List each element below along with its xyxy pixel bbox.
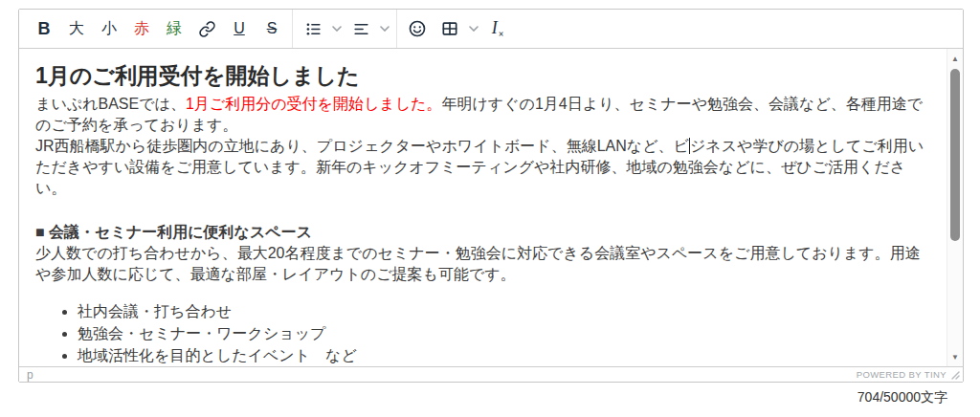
table-button[interactable] (434, 13, 465, 44)
bullet-list-icon (304, 20, 323, 38)
use-case-list: 社内会議・打ち合わせ 勉強会・セミナー・ワークショップ 地域活性化を目的としたイ… (35, 300, 931, 366)
align-button[interactable] (345, 13, 376, 44)
tinymce-editor: B 大 小 赤 緑 U S (18, 9, 964, 383)
post-title: 1月のご利用受付を開始しました (35, 61, 931, 90)
font-large-button[interactable]: 大 (61, 13, 92, 44)
font-small-button[interactable]: 小 (94, 13, 124, 44)
bullet-list-button[interactable] (298, 13, 328, 44)
bold-icon: B (38, 19, 51, 39)
intro-paragraph: まいぷれBASEでは、1月ご利用分の受付を開始しました。年明けすぐの1月4日より… (35, 94, 931, 199)
list-item: 勉強会・セミナー・ワークショップ (78, 322, 931, 344)
chevron-down-icon (469, 26, 479, 32)
list-align-group (293, 10, 396, 48)
align-menu-chevron[interactable] (377, 13, 392, 44)
resize-grip[interactable] (950, 366, 960, 384)
status-bar: p POWERED BY TINY (19, 366, 963, 382)
font-large-icon: 大 (69, 19, 84, 39)
emoji-icon (408, 19, 427, 38)
scroll-up-arrow[interactable]: ▲ (947, 51, 963, 66)
strikethrough-icon: S (267, 20, 278, 37)
section-paragraph: ■ 会議・セミナー利用に便利なスペース少人数での打ち合わせから、最大20名程度ま… (35, 222, 931, 285)
intro-red-text: 1月ご利用分の受付を開始しました。 (186, 96, 442, 112)
character-count: 704/50000文字 (858, 389, 947, 406)
strikethrough-button[interactable]: S (256, 13, 287, 44)
scroll-down-arrow[interactable]: ▼ (947, 349, 963, 364)
intro-text: まいぷれBASEでは、 (35, 96, 186, 112)
chevron-down-icon (380, 26, 390, 32)
scrollbar[interactable]: ▲ ▼ (947, 49, 963, 366)
underline-button[interactable]: U (224, 13, 255, 44)
page: B 大 小 赤 緑 U S (0, 0, 980, 417)
section-heading: ■ 会議・セミナー利用に便利なスペース (35, 224, 312, 240)
clear-formatting-button[interactable]: I× (482, 13, 513, 44)
list-item: 社内会議・打ち合わせ (78, 300, 931, 322)
red-text-button[interactable]: 赤 (126, 13, 157, 44)
green-text-button[interactable]: 緑 (159, 13, 189, 44)
tiny-branding[interactable]: POWERED BY TINY (857, 369, 947, 380)
section-body: 少人数での打ち合わせから、最大20名程度までのセミナー・勉強会に対応できる会議室… (35, 245, 921, 282)
link-button[interactable] (191, 13, 222, 44)
bold-button[interactable]: B (29, 13, 59, 44)
align-icon (352, 20, 370, 38)
editor-toolbar: B 大 小 赤 緑 U S (19, 10, 963, 49)
chevron-down-icon (332, 26, 342, 32)
branding-area: POWERED BY TINY (857, 366, 960, 384)
green-text-icon: 緑 (167, 19, 182, 39)
format-group: B 大 小 赤 緑 U S (24, 10, 292, 48)
scrollbar-thumb[interactable] (950, 69, 960, 241)
content-area: 1月のご利用受付を開始しました まいぷれBASEでは、1月ご利用分の受付を開始し… (19, 49, 963, 366)
list-item: 地域活性化を目的としたイベント など (78, 344, 931, 366)
editor-content[interactable]: 1月のご利用受付を開始しました まいぷれBASEでは、1月ご利用分の受付を開始し… (19, 49, 947, 366)
underline-icon: U (234, 20, 245, 37)
table-menu-chevron[interactable] (466, 13, 481, 44)
bullet-list-menu-chevron[interactable] (329, 13, 345, 44)
element-path[interactable]: p (27, 368, 33, 382)
font-small-icon: 小 (101, 19, 117, 39)
link-icon (198, 20, 216, 38)
red-text-icon: 赤 (134, 19, 149, 39)
emoji-button[interactable] (402, 13, 433, 44)
table-icon (440, 19, 459, 38)
resize-grip-icon (950, 370, 960, 380)
insert-group: I× (397, 10, 518, 48)
clear-formatting-icon: I× (492, 18, 504, 39)
intro-text: JR西船橋駅から徒歩圏内の立地にあり、プロジェクターやホワイトボード、無線LAN… (35, 138, 689, 154)
